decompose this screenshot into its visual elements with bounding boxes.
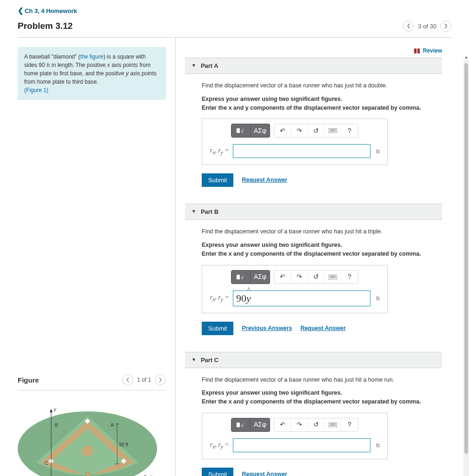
prev-problem-button[interactable] <box>403 20 414 32</box>
submit-button[interactable]: Submit <box>202 322 233 335</box>
back-link[interactable]: ❮ Ch 3, 4 Homework <box>18 7 77 15</box>
part-c-input[interactable] <box>233 438 370 452</box>
part-a-var: rx, ry = <box>210 145 229 157</box>
part-a-header[interactable]: ▼ Part A <box>185 58 442 74</box>
part-c-var: rx, ry = <box>210 440 229 451</box>
part-a-instr1: Express your answer using two significan… <box>202 95 442 104</box>
figure-link[interactable]: the figure <box>80 53 104 60</box>
page-title: Problem 3.12 <box>18 21 73 31</box>
undo-button[interactable]: ↶ <box>274 271 291 284</box>
template-button[interactable]: √ <box>231 418 251 432</box>
part-c-label: Part C <box>201 357 218 364</box>
greek-button[interactable]: ΑΣφ <box>251 124 270 138</box>
part-a-prompt: Find the displacement vector of a base r… <box>202 81 442 90</box>
flag-icon: ▮▮ <box>414 47 420 54</box>
part-b-unit: ft <box>376 294 380 303</box>
review-label: Review <box>423 47 442 54</box>
part-b-prompt: Find the displacement vector of a base r… <box>202 227 442 236</box>
redo-button[interactable]: ↷ <box>291 124 308 137</box>
redo-button[interactable]: ↷ <box>291 271 308 284</box>
caret-down-icon: ▼ <box>192 63 196 68</box>
svg-rect-17 <box>237 128 240 133</box>
figure-pager-label: 1 of 1 <box>137 377 151 383</box>
request-answer-link[interactable]: Request Answer <box>300 324 345 333</box>
svg-rect-22 <box>237 275 240 279</box>
figure-heading: Figure <box>18 376 39 384</box>
part-b-input[interactable]: 90^y <box>233 291 370 306</box>
help-button[interactable]: ? <box>341 124 358 137</box>
part-a-answer-box: √ ΑΣφ ↶ ↷ ↺ ? rx, ry = <box>202 119 388 165</box>
part-c-instr1: Express your answer using two significan… <box>202 389 442 397</box>
help-button[interactable]: ? <box>341 418 358 431</box>
keyboard-button[interactable] <box>324 271 341 284</box>
keyboard-button[interactable] <box>324 124 341 137</box>
part-b-var: rx, ry = <box>210 292 229 304</box>
axis-y-label: y <box>53 407 57 412</box>
keyboard-button[interactable] <box>324 418 341 431</box>
template-button[interactable]: √ <box>231 270 251 284</box>
reset-button[interactable]: ↺ <box>308 418 324 431</box>
svg-rect-29 <box>329 423 337 427</box>
request-answer-link[interactable]: Request Answer <box>242 176 287 185</box>
part-b-label: Part B <box>201 208 218 215</box>
redo-button[interactable]: ↷ <box>291 418 308 431</box>
base-B-label: B <box>55 423 58 428</box>
pager-label: 3 of 30 <box>418 23 436 30</box>
part-a-instr2: Enter the x and y components of the disp… <box>202 104 442 112</box>
base-C-label: C <box>45 461 48 466</box>
svg-point-1 <box>82 445 93 456</box>
caret-down-icon: ▼ <box>192 357 196 362</box>
request-answer-link[interactable]: Request Answer <box>242 470 287 476</box>
part-c-answer-box: √ ΑΣφ ↶ ↷ ↺ ? rx, ry = <box>202 413 388 459</box>
part-b-instr1: Express your answer using two significan… <box>202 241 442 250</box>
template-button[interactable]: √ <box>231 124 251 138</box>
part-a-unit: ft <box>376 147 380 156</box>
part-c-prompt: Find the displacement vector of a base r… <box>202 376 442 384</box>
svg-text:√: √ <box>241 275 244 280</box>
previous-answers-link[interactable]: Previous Answers <box>242 324 292 333</box>
svg-text:√: √ <box>241 128 244 134</box>
svg-rect-27 <box>237 423 240 427</box>
part-c-unit: ft <box>376 441 380 450</box>
review-link[interactable]: ▮▮ Review <box>185 41 461 58</box>
part-c-instr2: Enter the x and y components of the disp… <box>202 397 442 406</box>
svg-rect-24 <box>329 275 337 279</box>
reset-button[interactable]: ↺ <box>308 124 324 137</box>
caret-down-icon: ▼ <box>192 209 196 214</box>
undo-button[interactable]: ↶ <box>274 418 291 431</box>
part-a-label: Part A <box>201 62 218 69</box>
problem-description: A baseball "diamond" (the figure) is a s… <box>18 47 166 100</box>
part-a-input[interactable] <box>233 144 370 158</box>
submit-button[interactable]: Submit <box>202 173 233 187</box>
dim-90a-label: 90 ft <box>119 442 128 447</box>
help-button[interactable]: ? <box>341 271 358 284</box>
prev-figure-button[interactable] <box>122 374 133 385</box>
greek-button[interactable]: ΑΣφ <box>251 270 270 284</box>
part-b-instr2: Enter the x and y components of the disp… <box>202 250 442 258</box>
part-b-header[interactable]: ▼ Part B <box>185 204 442 220</box>
next-figure-button[interactable] <box>155 374 166 385</box>
part-b-answer-box: √ ΑΣφ ↶ ↷ ↺ ? rx, ry = <box>202 265 388 313</box>
next-problem-button[interactable] <box>440 20 451 32</box>
reset-button[interactable]: ↺ <box>308 271 324 284</box>
svg-rect-19 <box>329 128 337 133</box>
svg-marker-9 <box>50 409 53 412</box>
greek-button[interactable]: ΑΣφ <box>251 418 270 432</box>
svg-text:√: √ <box>241 423 244 428</box>
chevron-left-icon: ❮ <box>18 7 24 15</box>
undo-button[interactable]: ↶ <box>274 124 291 137</box>
submit-button[interactable]: Submit <box>202 468 233 476</box>
base-A-label: A <box>111 423 114 428</box>
back-link-label: Ch 3, 4 Homework <box>25 7 77 14</box>
part-c-header[interactable]: ▼ Part C <box>185 352 442 368</box>
axis-x-label: x <box>149 474 152 476</box>
figure-ref-link[interactable]: (Figure 1) <box>24 87 48 93</box>
baseball-field-figure: x y A B C 90 ft 90 ft <box>18 395 157 476</box>
